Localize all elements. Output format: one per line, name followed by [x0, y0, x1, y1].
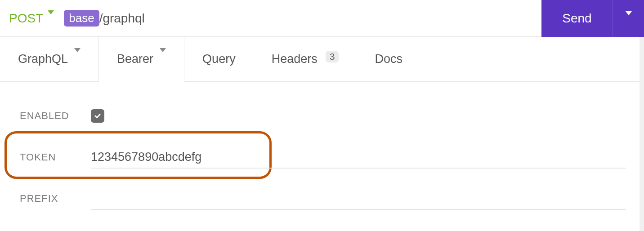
tab-body[interactable]: GraphQL — [0, 37, 99, 81]
send-button-group: Send — [541, 0, 644, 37]
tab-auth-label: Bearer — [117, 52, 153, 66]
tab-docs[interactable]: Docs — [357, 37, 420, 81]
token-label: TOKEN — [20, 151, 91, 163]
prefix-label: PREFIX — [20, 193, 91, 204]
token-row: TOKEN — [20, 146, 626, 169]
chevron-down-icon — [160, 52, 166, 66]
url-path[interactable]: /graphql — [99, 11, 145, 26]
enabled-row: ENABLED — [20, 104, 626, 128]
base-url-badge[interactable]: base — [64, 10, 99, 27]
token-input[interactable] — [91, 147, 626, 169]
check-icon — [94, 112, 102, 120]
headers-count-badge: 3 — [326, 51, 339, 62]
tab-headers[interactable]: Headers 3 — [254, 37, 357, 81]
tab-query-label: Query — [202, 52, 236, 66]
enabled-label: ENABLED — [20, 110, 91, 122]
enabled-checkbox[interactable] — [91, 109, 104, 123]
prefix-row: PREFIX — [20, 187, 626, 210]
chevron-down-icon — [48, 14, 54, 22]
tab-auth[interactable]: Bearer — [99, 37, 184, 81]
token-field — [91, 147, 626, 169]
tab-body-label: GraphQL — [18, 52, 68, 66]
tab-query[interactable]: Query — [184, 37, 254, 81]
chevron-down-icon — [626, 15, 632, 22]
http-method-label: POST — [9, 11, 43, 26]
prefix-input[interactable] — [91, 188, 626, 210]
http-method-dropdown[interactable]: POST — [9, 11, 54, 26]
auth-content: ENABLED TOKEN PREFIX — [0, 82, 644, 210]
send-button[interactable]: Send — [541, 0, 613, 37]
tab-headers-label: Headers — [272, 52, 318, 66]
tab-bar: GraphQL Bearer Query Headers 3 Docs — [0, 37, 644, 82]
tab-docs-label: Docs — [375, 52, 402, 66]
url-bar: POST base /graphql Send — [0, 0, 644, 37]
prefix-field — [91, 188, 626, 210]
chevron-down-icon — [74, 52, 80, 66]
scrollbar-track[interactable] — [640, 37, 644, 231]
send-options-button[interactable] — [613, 0, 644, 37]
